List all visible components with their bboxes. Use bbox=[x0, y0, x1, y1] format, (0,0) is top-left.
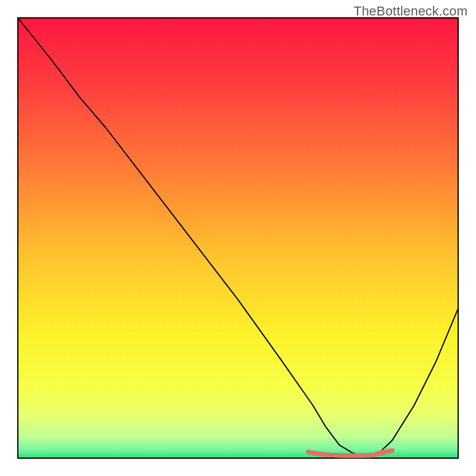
chart-container bbox=[0, 0, 476, 476]
chart-canvas bbox=[0, 0, 476, 476]
